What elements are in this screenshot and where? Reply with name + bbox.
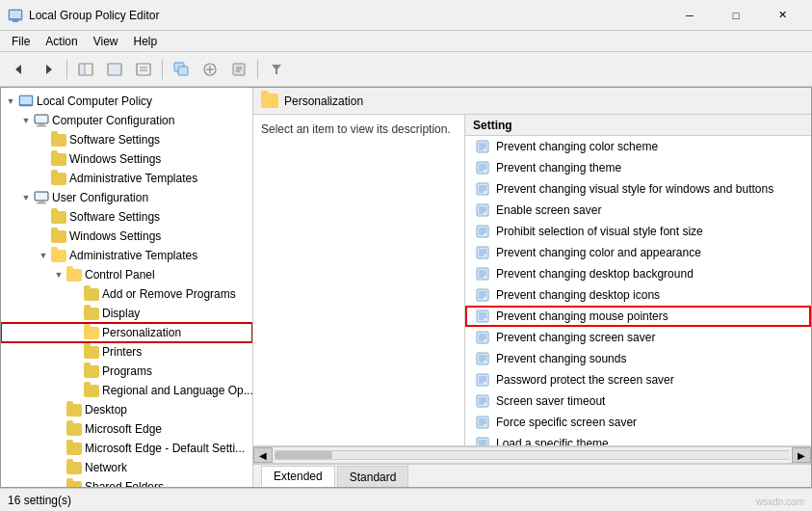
atcc-expander[interactable]: ▶ — [36, 171, 51, 186]
setting-row-s10[interactable]: Prevent changing screen saver — [465, 327, 811, 348]
scroll-right-button[interactable]: ▶ — [792, 447, 811, 463]
desk-label: Desktop — [85, 403, 127, 417]
tree-item-add-remove[interactable]: ▶ Add or Remove Programs — [1, 284, 252, 304]
setting-row-s13[interactable]: Screen saver timeout — [465, 390, 811, 412]
menu-bar: File Action View Help — [0, 31, 812, 52]
watermark: wsxdn.com — [756, 497, 804, 507]
tree-item-windows-cc[interactable]: ▶ Windows Settings — [1, 149, 252, 169]
forward-button[interactable] — [35, 57, 62, 82]
tree-item-shared[interactable]: ▶ Shared Folders — [1, 477, 252, 487]
add-remove-folder-icon — [84, 286, 99, 302]
edge-expander[interactable]: ▶ — [51, 421, 66, 437]
ar-expander[interactable]: ▶ — [68, 286, 84, 302]
horizontal-scrollbar[interactable]: ◀ ▶ — [253, 446, 811, 464]
filter-button[interactable] — [263, 57, 290, 82]
tree-item-ms-edge-default[interactable]: ▶ Microsoft Edge - Default Setti... — [1, 439, 252, 458]
tree-item-admin-cc[interactable]: ▶ Administrative Templates — [1, 169, 252, 188]
toolbar-btn-3[interactable] — [130, 57, 157, 82]
edgedef-label: Microsoft Edge - Default Setti... — [85, 442, 245, 455]
setting-label-s11: Prevent changing sounds — [496, 352, 626, 365]
setting-row-s12[interactable]: Password protect the screen saver — [465, 369, 811, 390]
menu-help[interactable]: Help — [126, 33, 166, 50]
setting-row-s3[interactable]: Prevent changing visual style for window… — [465, 178, 811, 200]
tree-item-user-config[interactable]: ▼ User Configuration — [1, 188, 252, 207]
reg-expander[interactable]: ▶ — [68, 383, 84, 398]
tree-item-display[interactable]: ▶ Display — [1, 304, 252, 323]
uc-expander[interactable]: ▼ — [18, 190, 34, 205]
tree-item-regional[interactable]: ▶ Regional and Language Op... — [1, 381, 252, 400]
setting-icon-s13 — [475, 393, 490, 409]
setting-row-s14[interactable]: Force specific screen saver — [465, 412, 811, 433]
tree-item-control-panel[interactable]: ▼ Control Panel — [1, 265, 252, 284]
scroll-left-button[interactable]: ◀ — [253, 447, 273, 463]
tree-item-ms-edge[interactable]: ▶ Microsoft Edge — [1, 419, 252, 439]
wscc-expander[interactable]: ▶ — [36, 151, 51, 167]
h-scrollbar-thumb[interactable] — [275, 451, 332, 459]
setting-row-s1[interactable]: Prevent changing color scheme — [465, 136, 811, 157]
setting-row-s7[interactable]: Prevent changing desktop background — [465, 263, 811, 284]
tree-item-printers[interactable]: ▶ Printers — [1, 342, 252, 362]
minimize-button[interactable]: ─ — [668, 0, 712, 31]
tree-item-admin-uc[interactable]: ▼ Administrative Templates — [1, 246, 252, 265]
wsuc-expander[interactable]: ▶ — [36, 229, 51, 244]
tree-item-personalization[interactable]: ▶ Personalization — [1, 323, 252, 342]
net-expander[interactable]: ▶ — [51, 460, 66, 475]
setting-row-s4[interactable]: Enable screen saver — [465, 200, 811, 221]
settings-column: Setting Prevent changing color scheme Pr… — [465, 115, 811, 445]
tree-item-root[interactable]: ▼ Local Computer Policy — [1, 92, 252, 111]
prog-expander[interactable]: ▶ — [68, 363, 84, 379]
h-scrollbar-track[interactable] — [275, 450, 790, 460]
setting-row-s5[interactable]: Prohibit selection of visual style font … — [465, 221, 811, 242]
tree-panel[interactable]: ▼ Local Computer Policy ▼ — [1, 88, 253, 487]
svg-rect-28 — [39, 123, 44, 125]
root-expander[interactable]: ▼ — [3, 94, 18, 109]
setting-row-s9[interactable]: Prevent changing mouse pointers — [465, 306, 811, 327]
svg-rect-59 — [477, 247, 488, 258]
setting-row-s2[interactable]: Prevent changing theme — [465, 157, 811, 178]
svg-rect-25 — [20, 96, 32, 104]
pers-expander[interactable]: ▶ — [68, 325, 84, 340]
toolbar-btn-2[interactable] — [101, 57, 128, 82]
swcc-expander[interactable]: ▶ — [36, 132, 51, 148]
close-button[interactable]: ✕ — [760, 0, 804, 31]
setting-row-s8[interactable]: Prevent changing desktop icons — [465, 284, 811, 306]
setting-icon-s1 — [475, 139, 490, 154]
setting-row-s6[interactable]: Prevent changing color and appearance — [465, 242, 811, 263]
edgedef-expander[interactable]: ▶ — [51, 441, 66, 456]
setting-label-s12: Password protect the screen saver — [496, 373, 674, 387]
svg-marker-4 — [15, 65, 21, 74]
tree-item-programs[interactable]: ▶ Programs — [1, 362, 252, 381]
new-window-button[interactable] — [168, 57, 195, 82]
shared-expander[interactable]: ▶ — [51, 479, 66, 487]
tree-item-windows-uc[interactable]: ▶ Windows Settings — [1, 227, 252, 246]
menu-action[interactable]: Action — [38, 33, 85, 50]
window-controls[interactable]: ─ □ ✕ — [668, 0, 804, 31]
printers-folder-icon — [84, 344, 99, 360]
svg-rect-1 — [10, 11, 21, 18]
svg-rect-84 — [477, 353, 488, 364]
tree-item-software-uc[interactable]: ▶ Software Settings — [1, 207, 252, 227]
setting-label-s8: Prevent changing desktop icons — [496, 288, 660, 302]
cp-expander[interactable]: ▼ — [51, 267, 66, 282]
setting-row-s15[interactable]: Load a specific theme — [465, 433, 811, 445]
tree-item-software-cc[interactable]: ▶ Software Settings — [1, 130, 252, 149]
menu-file[interactable]: File — [4, 33, 38, 50]
pr-expander[interactable]: ▶ — [68, 344, 84, 360]
desk-expander[interactable]: ▶ — [51, 402, 66, 417]
cc-expander[interactable]: ▼ — [18, 113, 34, 128]
tree-item-network[interactable]: ▶ Network — [1, 458, 252, 477]
tree-item-computer-config[interactable]: ▼ Computer Configuration — [1, 111, 252, 130]
show-hide-action-pane-button[interactable] — [72, 57, 99, 82]
back-button[interactable] — [6, 57, 33, 82]
toolbar-btn-5[interactable] — [225, 57, 252, 82]
setting-row-s11[interactable]: Prevent changing sounds — [465, 348, 811, 369]
tab-standard[interactable]: Standard — [337, 466, 409, 487]
tree-item-desktop[interactable]: ▶ Desktop — [1, 400, 252, 419]
tab-extended[interactable]: Extended — [261, 466, 335, 487]
swuc-expander[interactable]: ▶ — [36, 209, 51, 225]
atuc-expander[interactable]: ▼ — [36, 248, 51, 263]
menu-view[interactable]: View — [86, 33, 126, 50]
toolbar-btn-4[interactable] — [196, 57, 223, 82]
disp-expander[interactable]: ▶ — [68, 306, 84, 321]
maximize-button[interactable]: □ — [714, 0, 758, 31]
